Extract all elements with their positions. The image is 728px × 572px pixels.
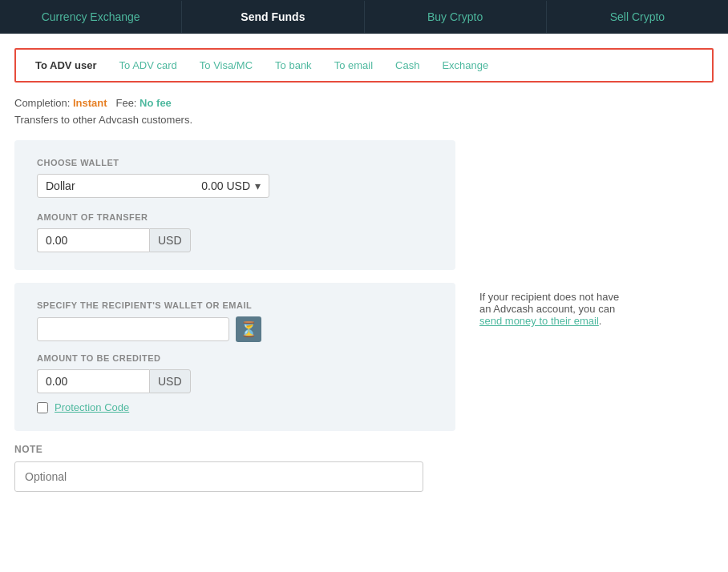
note-label: NOTE xyxy=(14,444,714,455)
amount-transfer-currency: USD xyxy=(149,228,191,252)
amount-transfer-label: AMOUNT OF TRANSFER xyxy=(37,212,433,222)
wallet-amount: 0.00 USD xyxy=(201,179,250,192)
completion-instant: Instant xyxy=(73,97,107,109)
completion-line: Completion: Instant Fee: No fee xyxy=(14,97,714,109)
amount-credited-label: AMOUNT TO BE CREDITED xyxy=(37,353,433,363)
send-money-email-link[interactable]: send money to their email xyxy=(479,315,599,327)
sub-navigation: To ADV user To ADV card To Visa/MC To ba… xyxy=(14,48,714,83)
recipient-wallet-label: SPECIFY THE RECIPIENT'S WALLET OR EMAIL xyxy=(37,300,433,310)
amount-transfer-row: USD xyxy=(37,228,197,252)
wallet-dropdown[interactable]: Dollar 0.00 USD ▾ xyxy=(37,174,269,198)
tab-exchange[interactable]: Exchange xyxy=(431,56,499,75)
dropdown-arrow-icon: ▾ xyxy=(255,179,261,192)
recipient-info-text: If your recipient does not have an Advca… xyxy=(479,291,619,315)
note-section: NOTE xyxy=(14,444,714,492)
history-button[interactable]: ⏳ xyxy=(236,316,261,342)
amount-transfer-input[interactable] xyxy=(37,228,149,252)
note-input[interactable] xyxy=(14,461,423,492)
recipient-card: SPECIFY THE RECIPIENT'S WALLET OR EMAIL … xyxy=(14,283,455,431)
fee-label: Fee: xyxy=(115,97,136,109)
protection-code-label[interactable]: Protection Code xyxy=(55,401,129,413)
transfer-description: Transfers to other Advcash customers. xyxy=(14,114,714,126)
wallet-name: Dollar xyxy=(46,179,201,192)
nav-buy-crypto[interactable]: Buy Crypto xyxy=(365,1,547,33)
protection-code-row: Protection Code xyxy=(37,401,433,413)
amount-credited-input[interactable] xyxy=(37,369,149,393)
completion-label: Completion: xyxy=(14,97,70,109)
amount-credited-row: USD xyxy=(37,369,197,393)
protection-code-checkbox[interactable] xyxy=(37,402,48,413)
tab-to-adv-card[interactable]: To ADV card xyxy=(108,56,188,75)
main-content: Completion: Instant Fee: No fee Transfer… xyxy=(0,83,728,431)
history-icon: ⏳ xyxy=(240,320,257,338)
tab-to-email[interactable]: To email xyxy=(323,56,384,75)
top-navigation: Currency Exchange Send Funds Buy Crypto … xyxy=(0,0,728,34)
recipient-info-period: . xyxy=(599,315,602,327)
completion-no-fee: No fee xyxy=(140,97,172,109)
wallet-card: CHOOSE WALLET Dollar 0.00 USD ▾ AMOUNT O… xyxy=(14,140,455,270)
recipient-wallet-input[interactable] xyxy=(37,317,229,341)
nav-currency-exchange[interactable]: Currency Exchange xyxy=(0,1,182,33)
tab-to-adv-user[interactable]: To ADV user xyxy=(24,56,108,75)
recipient-input-row: ⏳ xyxy=(37,316,433,342)
tab-cash[interactable]: Cash xyxy=(384,56,431,75)
choose-wallet-label: CHOOSE WALLET xyxy=(37,158,433,167)
tab-to-visa-mc[interactable]: To Visa/MC xyxy=(188,56,264,75)
nav-sell-crypto[interactable]: Sell Crypto xyxy=(547,1,728,33)
recipient-info-panel: If your recipient does not have an Advca… xyxy=(471,283,632,431)
nav-send-funds[interactable]: Send Funds xyxy=(182,1,364,33)
amount-credited-currency: USD xyxy=(149,369,191,393)
tab-to-bank[interactable]: To bank xyxy=(264,56,323,75)
